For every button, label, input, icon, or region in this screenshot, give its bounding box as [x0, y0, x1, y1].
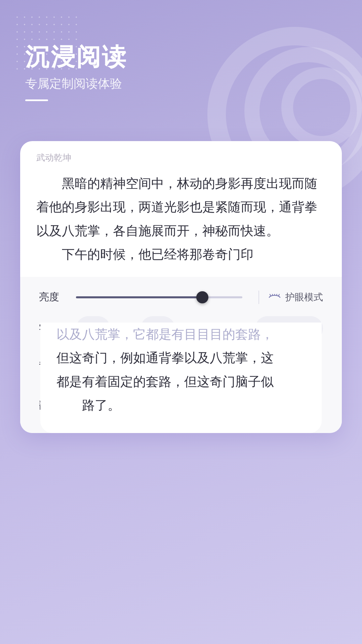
page-subtitle: 专属定制阅读体验 [25, 76, 127, 92]
slider-fill [76, 296, 202, 298]
lower-para-2: 都是有着固定的套路，但这奇门脑子似 [56, 370, 306, 393]
bg-decoration-circle-3 [281, 67, 362, 148]
lower-para-3: 路了。 [56, 393, 306, 417]
brightness-label: 亮度 [39, 290, 69, 304]
lower-para-1: 但这奇门，例如通背拳以及八荒掌，这 [56, 346, 306, 370]
reader-card: 武动乾坤 黑暗的精神空间中，林动的身影再度出现而随着他的身影出现，两道光影也是紧… [20, 141, 342, 433]
svg-line-1 [272, 294, 273, 295]
eye-mode-label: 护眼模式 [285, 291, 323, 304]
book-title-bar: 武动乾坤 [20, 141, 342, 164]
page-title: 沉浸阅读 [25, 44, 127, 70]
content-paragraph-2: 下午的时候，他已经将那卷奇门印 [36, 243, 326, 266]
brightness-row: 亮度 护眼模式 [39, 290, 323, 304]
reading-content-lower: 以及八荒掌，它都是有目目目的套路， 但这奇门，例如通背拳以及八荒掌，这 都是有着… [40, 323, 322, 433]
brightness-slider[interactable] [76, 296, 242, 298]
lower-faded-text: 以及八荒掌，它都是有目目目的套路， [56, 323, 306, 346]
content-paragraph-1: 黑暗的精神空间中，林动的身影再度出现而随着他的身影出现，两道光影也是紧随而现，通… [36, 172, 326, 243]
eye-icon [269, 292, 281, 303]
reading-content-upper: 黑暗的精神空间中，林动的身影再度出现而随着他的身影出现，两道光影也是紧随而现，通… [20, 164, 342, 277]
settings-divider [258, 291, 259, 304]
svg-line-0 [270, 294, 271, 296]
eye-mode-toggle[interactable]: 护眼模式 [269, 291, 323, 304]
slider-thumb[interactable] [196, 291, 208, 303]
header: 沉浸阅读 专属定制阅读体验 [25, 44, 127, 101]
svg-line-3 [277, 294, 277, 295]
header-divider [25, 99, 48, 101]
book-title: 武动乾坤 [36, 153, 71, 163]
svg-line-4 [279, 294, 279, 296]
